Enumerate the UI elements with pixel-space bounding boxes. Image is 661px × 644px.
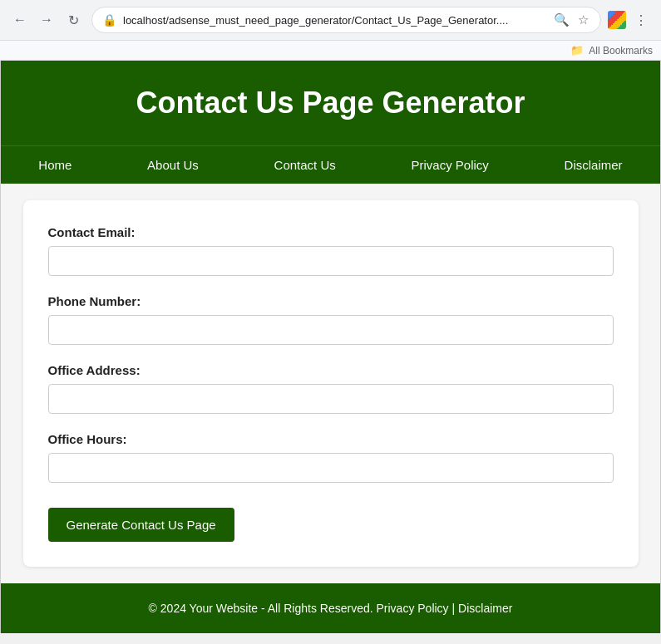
footer-copyright: © 2024 Your Website - All Rights Reserve…: [149, 602, 373, 615]
office-address-group: Office Address:: [48, 363, 614, 414]
bookmarks-bar: 📁 All Bookmarks: [0, 40, 661, 60]
office-hours-group: Office Hours:: [48, 432, 614, 483]
office-address-label: Office Address:: [48, 363, 614, 377]
nav-home[interactable]: Home: [22, 146, 88, 184]
site-footer: © 2024 Your Website - All Rights Reserve…: [1, 583, 660, 633]
forward-button[interactable]: →: [35, 8, 58, 32]
profile-icon[interactable]: [608, 11, 626, 29]
refresh-button[interactable]: ↻: [62, 8, 85, 32]
lock-icon: 🔒: [102, 13, 116, 27]
footer-privacy-policy-link[interactable]: Privacy Policy: [376, 602, 448, 615]
office-hours-input[interactable]: [48, 453, 614, 483]
bookmark-star-icon[interactable]: ☆: [576, 11, 590, 29]
browser-actions: ⋮: [608, 8, 653, 32]
phone-number-group: Phone Number:: [48, 294, 614, 345]
main-content: Contact Email: Phone Number: Office Addr…: [1, 184, 660, 583]
back-button[interactable]: ←: [8, 8, 32, 32]
generate-button[interactable]: Generate Contact Us Page: [48, 508, 234, 542]
bookmarks-label[interactable]: All Bookmarks: [589, 45, 653, 57]
office-hours-label: Office Hours:: [48, 432, 614, 446]
nav-about-us[interactable]: About Us: [131, 146, 215, 184]
office-address-input[interactable]: [48, 384, 614, 414]
site-title: Contact Us Page Generator: [17, 86, 644, 120]
browser-toolbar: ← → ↻ 🔒 localhost/adsense_must_need_page…: [0, 0, 661, 40]
contact-email-input[interactable]: [48, 246, 614, 276]
search-icon[interactable]: 🔍: [552, 11, 571, 29]
phone-number-input[interactable]: [48, 315, 614, 345]
nav-contact-us[interactable]: Contact Us: [258, 146, 353, 184]
contact-email-label: Contact Email:: [48, 225, 614, 239]
address-bar[interactable]: 🔒 localhost/adsense_must_need_page_gener…: [91, 7, 601, 33]
nav-disclaimer[interactable]: Disclaimer: [548, 146, 639, 184]
address-bar-actions: 🔍 ☆: [552, 11, 590, 29]
form-card: Contact Email: Phone Number: Office Addr…: [23, 200, 639, 567]
site-nav: Home About Us Contact Us Privacy Policy …: [1, 145, 660, 184]
footer-disclaimer-link[interactable]: Disclaimer: [458, 602, 512, 615]
contact-email-group: Contact Email:: [48, 225, 614, 276]
footer-separator: |: [452, 602, 456, 615]
browser-chrome: ← → ↻ 🔒 localhost/adsense_must_need_page…: [0, 0, 661, 61]
menu-button[interactable]: ⋮: [629, 8, 653, 32]
nav-privacy-policy[interactable]: Privacy Policy: [394, 146, 505, 184]
nav-buttons: ← → ↻: [8, 8, 85, 32]
phone-number-label: Phone Number:: [48, 294, 614, 308]
url-text: localhost/adsense_must_need_page_generat…: [123, 14, 545, 27]
bookmarks-folder-icon: 📁: [570, 44, 584, 57]
site-header: Contact Us Page Generator: [1, 61, 660, 145]
website: Contact Us Page Generator Home About Us …: [0, 61, 661, 633]
